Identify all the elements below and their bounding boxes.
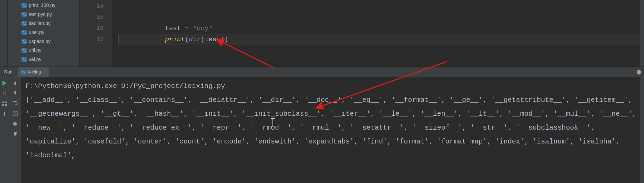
- svg-point-22: [23, 71, 23, 71]
- python-file-icon: [21, 3, 27, 8]
- svg-rect-6: [21, 21, 27, 26]
- svg-point-17: [25, 51, 25, 52]
- run-action-gutter-2: [9, 77, 21, 183]
- line-number: 14: [80, 1, 111, 12]
- console-scrollbar[interactable]: [640, 77, 644, 183]
- svg-rect-15: [21, 48, 27, 53]
- console-command-line: F:\Python36\python.exe D:/PyC_project/le…: [26, 82, 225, 90]
- code-identifier: test: [205, 36, 221, 43]
- python-file-icon: [21, 57, 27, 62]
- svg-point-10: [23, 31, 23, 32]
- svg-point-19: [23, 58, 23, 59]
- svg-point-5: [25, 15, 25, 16]
- console-stdout: ['__add__', '__class__', '__contains__',…: [26, 96, 640, 159]
- code-string: ccy: [197, 25, 208, 32]
- python-file-icon: [21, 70, 26, 75]
- left-tool-stripe: [0, 0, 8, 67]
- tree-file-label: test.pyc.py: [29, 11, 52, 17]
- tree-file-util[interactable]: util.py: [8, 46, 79, 55]
- svg-rect-25: [3, 92, 4, 95]
- close-icon[interactable]: ×: [43, 69, 46, 75]
- editor-scrollbar[interactable]: [640, 0, 644, 67]
- code-builtin: dir: [189, 36, 200, 43]
- svg-point-1: [23, 4, 23, 5]
- svg-marker-24: [2, 81, 7, 86]
- print-icon[interactable]: [12, 121, 18, 126]
- run-config-tab[interactable]: leixing ×: [18, 67, 50, 77]
- svg-rect-0: [21, 3, 27, 8]
- trash-icon[interactable]: [13, 131, 18, 136]
- python-file-icon: [21, 39, 27, 44]
- tree-file-label: tiaojian.py: [29, 20, 51, 26]
- arrow-down-icon[interactable]: [13, 90, 18, 95]
- pin-icon[interactable]: [2, 112, 7, 116]
- svg-point-4: [23, 13, 23, 14]
- code-builtin: print: [165, 36, 185, 43]
- svg-point-2: [25, 6, 25, 7]
- line-number: 15: [80, 12, 111, 23]
- layout-icon[interactable]: [2, 101, 7, 106]
- svg-point-16: [23, 49, 23, 50]
- tree-file-label: util.py: [29, 47, 42, 53]
- svg-point-7: [23, 22, 23, 23]
- project-tree[interactable]: print_100.py test.pyc.py tiaojian.py use…: [8, 0, 80, 67]
- svg-rect-27: [2, 102, 4, 103]
- svg-rect-9: [21, 30, 27, 35]
- editor-gutter: 14 15 16 17: [80, 0, 111, 67]
- svg-rect-30: [5, 104, 7, 106]
- tree-file-label: print_100.py: [29, 2, 55, 8]
- run-icon[interactable]: [2, 81, 7, 86]
- svg-rect-28: [5, 102, 7, 103]
- svg-rect-3: [21, 12, 27, 17]
- svg-point-8: [25, 24, 25, 25]
- svg-point-20: [25, 60, 25, 61]
- run-tab-bar: Run: leixing ×: [0, 67, 644, 77]
- tree-file-user[interactable]: user.py: [8, 28, 79, 37]
- code-identifier: test: [165, 25, 181, 32]
- soft-wrap-icon[interactable]: [12, 100, 18, 106]
- svg-point-23: [24, 72, 25, 73]
- svg-rect-26: [5, 92, 6, 95]
- code-editor[interactable]: 14 15 16 17 test = "ccy" print(dir(test)…: [80, 0, 644, 67]
- svg-point-11: [25, 33, 25, 34]
- console-output[interactable]: F:\Python36\python.exe D:/PyC_project/le…: [21, 77, 640, 183]
- stop-icon[interactable]: [2, 91, 7, 96]
- run-panel-title: Run:: [0, 67, 18, 77]
- svg-point-13: [23, 40, 23, 41]
- editor-content[interactable]: test = "ccy" print(dir(test)): [111, 1, 640, 45]
- svg-rect-18: [21, 57, 27, 62]
- python-file-icon: [21, 21, 27, 26]
- gear-icon[interactable]: [634, 67, 644, 77]
- svg-rect-29: [2, 104, 4, 106]
- svg-rect-21: [21, 70, 26, 75]
- tree-file-print100[interactable]: print_100.py: [8, 1, 79, 10]
- line-number: 17: [80, 34, 111, 45]
- svg-rect-12: [21, 39, 27, 44]
- run-config-name: leixing: [28, 69, 41, 75]
- svg-point-14: [25, 42, 25, 43]
- tree-file-testpyc[interactable]: test.pyc.py: [8, 10, 79, 19]
- python-file-icon: [21, 30, 27, 35]
- line-number: 16: [80, 23, 111, 34]
- tree-file-uspass[interactable]: uspass.py: [8, 37, 79, 46]
- tree-file-label: val.py: [29, 56, 42, 62]
- tree-file-tiaojian[interactable]: tiaojian.py: [8, 19, 79, 28]
- tree-file-label: user.py: [29, 29, 44, 35]
- tree-file-val[interactable]: val.py: [8, 55, 79, 64]
- tree-file-label: uspass.py: [29, 38, 51, 44]
- scroll-to-end-icon[interactable]: [12, 111, 18, 116]
- run-tool-window: Run: leixing ×: [0, 67, 644, 183]
- arrow-up-icon[interactable]: [13, 81, 18, 86]
- run-action-gutter-1: [0, 77, 9, 183]
- python-file-icon: [21, 12, 27, 17]
- editor-caret: [118, 35, 118, 44]
- python-file-icon: [21, 48, 27, 53]
